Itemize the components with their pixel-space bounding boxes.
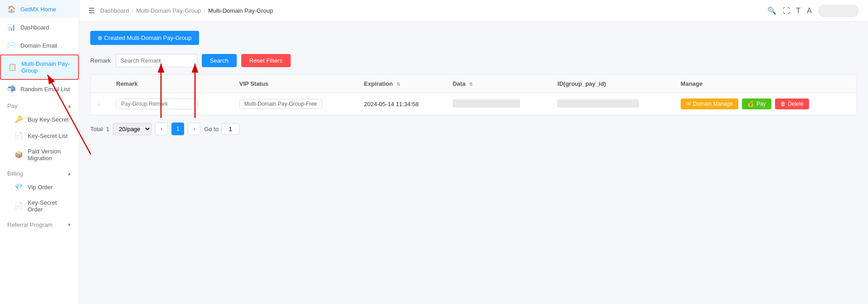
row-id-cell: █████████████████████: [550, 93, 673, 115]
row-expand-cell: ›: [91, 93, 109, 115]
row-remark-cell: [109, 93, 232, 115]
page-content: ⊕ Created Multi-Domain Pay-Group Remark …: [79, 22, 868, 304]
expand-row-button[interactable]: ›: [98, 101, 100, 108]
header-left: ☰ Dashboard / Multi-Domain Pay-Group / M…: [88, 6, 273, 15]
font-size-icon[interactable]: T: [796, 7, 801, 15]
total-label: Total 1: [90, 126, 109, 132]
remark-search-input[interactable]: [116, 54, 197, 67]
domain-manage-button[interactable]: ✉ Domain Manage: [681, 98, 738, 109]
breadcrumb-current: Multi-Domain Pay-Group: [208, 7, 273, 14]
col-expand: [91, 75, 109, 93]
col-id: ID(group_pay_id): [550, 75, 673, 93]
col-vip-status: VIP Status: [232, 75, 357, 93]
table-body: › Multi-Domain Pay-Group-Free 2024-05-14…: [91, 93, 857, 115]
pay-icon: 💰: [747, 101, 754, 107]
col-remark: Remark: [109, 75, 232, 93]
pay-section[interactable]: Pay ▲: [0, 98, 79, 111]
header-right: 🔍 ⛶ T A: [767, 5, 859, 17]
col-manage: Manage: [673, 75, 857, 93]
data-value: ████████████ ▐: [453, 99, 520, 108]
group-pay-id-value: █████████████████████: [557, 99, 639, 108]
key-icon: 🔑: [15, 115, 23, 123]
table-row: › Multi-Domain Pay-Group-Free 2024-05-14…: [91, 93, 857, 115]
sidebar-item-multi-domain-pay-group[interactable]: 📋 Multi-Domain Pay-Group: [0, 54, 79, 80]
user-avatar[interactable]: [818, 5, 859, 17]
data-sort-icon[interactable]: ⇅: [469, 82, 473, 87]
goto-page: Go to: [204, 123, 239, 135]
breadcrumb-multi-domain[interactable]: Multi-Domain Pay-Group: [136, 7, 201, 14]
dashboard-icon: 📊: [7, 23, 16, 31]
manage-buttons: ✉ Domain Manage 💰 Pay 🗑 Delete: [681, 98, 849, 109]
sidebar-item-getmx-home[interactable]: 🏠 GetMX Home: [0, 0, 79, 18]
sidebar-item-vip-order[interactable]: 💎 Vip Order: [0, 179, 79, 195]
main-content: ☰ Dashboard / Multi-Domain Pay-Group / M…: [79, 0, 868, 304]
sidebar-item-paid-version-migration[interactable]: 📦 Paid Version Migration: [0, 144, 79, 166]
order-icon: 📄: [15, 202, 23, 210]
search-button[interactable]: Search: [202, 54, 237, 67]
random-email-icon: 📬: [7, 85, 16, 93]
header: ☰ Dashboard / Multi-Domain Pay-Group / M…: [79, 0, 868, 22]
sidebar-item-key-secret-list[interactable]: 📄 Key-Secret List: [0, 127, 79, 144]
pay-chevron-icon: ▲: [67, 103, 72, 108]
billing-chevron-icon: ▲: [67, 171, 72, 176]
create-multi-domain-button[interactable]: ⊕ Created Multi-Domain Pay-Group: [90, 31, 199, 45]
sidebar-item-random-email-list[interactable]: 📬 Random Email List: [0, 80, 79, 98]
filter-row: Remark Search Reset Filters: [90, 54, 857, 67]
vip-status-badge: Multi-Domain Pay-Group-Free: [239, 99, 322, 109]
breadcrumb-sep-1: /: [132, 7, 134, 14]
row-data-cell: ████████████ ▐: [445, 93, 550, 115]
multi-domain-icon: 📋: [8, 63, 17, 71]
delete-icon: 🗑: [780, 101, 786, 107]
table-header: Remark VIP Status Expiration ⇅ Data ⇅: [91, 75, 857, 93]
pagination: Total 1 20/page ‹ 1 › Go to: [90, 123, 857, 135]
translate-icon[interactable]: A: [807, 7, 812, 15]
referral-section[interactable]: Referral Program ▼: [0, 217, 79, 230]
data-table: Remark VIP Status Expiration ⇅ Data ⇅: [90, 74, 857, 115]
table: Remark VIP Status Expiration ⇅ Data ⇅: [91, 75, 857, 115]
sidebar-item-dashboard[interactable]: 📊 Dashboard: [0, 18, 79, 36]
breadcrumb: Dashboard / Multi-Domain Pay-Group / Mul…: [100, 7, 273, 14]
email-icon: ✉️: [7, 41, 16, 49]
reset-filters-button[interactable]: Reset Filters: [241, 54, 291, 67]
col-data: Data ⇅: [445, 75, 550, 93]
migration-icon: 📦: [15, 151, 23, 159]
fullscreen-icon[interactable]: ⛶: [783, 7, 790, 15]
row-expiration-cell: 2024-05-14 11:34:58: [357, 93, 446, 115]
vip-icon: 💎: [15, 183, 23, 191]
search-header-icon[interactable]: 🔍: [767, 6, 776, 15]
breadcrumb-dashboard[interactable]: Dashboard: [100, 7, 129, 14]
row-manage-cell: ✉ Domain Manage 💰 Pay 🗑 Delete: [673, 93, 857, 115]
page-1-button[interactable]: 1: [171, 123, 184, 135]
goto-page-input[interactable]: [221, 123, 239, 135]
breadcrumb-sep-2: /: [204, 7, 205, 14]
row-vip-status-cell: Multi-Domain Pay-Group-Free: [232, 93, 357, 115]
expiration-sort-icon[interactable]: ⇅: [396, 82, 400, 87]
billing-section[interactable]: Billing ▲: [0, 166, 79, 179]
sidebar-item-key-secret-order[interactable]: 📄 Key-Secret Order: [0, 195, 79, 217]
sidebar-item-domain-email[interactable]: ✉️ Domain Email: [0, 36, 79, 54]
list-icon: 📄: [15, 132, 23, 140]
col-expiration: Expiration ⇅: [357, 75, 446, 93]
home-icon: 🏠: [7, 5, 16, 13]
hamburger-icon[interactable]: ☰: [88, 6, 95, 15]
referral-chevron-icon: ▼: [67, 222, 72, 227]
page-size-select[interactable]: 20/page: [113, 123, 151, 135]
pay-button[interactable]: 💰 Pay: [742, 98, 771, 109]
delete-button[interactable]: 🗑 Delete: [775, 98, 809, 109]
filter-remark-label: Remark: [90, 57, 111, 64]
domain-manage-icon: ✉: [686, 101, 691, 107]
expiration-value: 2024-05-14 11:34:58: [364, 101, 419, 108]
next-page-button[interactable]: ›: [188, 123, 200, 135]
prev-page-button[interactable]: ‹: [155, 123, 168, 135]
sidebar: 🏠 GetMX Home 📊 Dashboard ✉️ Domain Email…: [0, 0, 79, 304]
row-remark-input[interactable]: [116, 98, 198, 109]
sidebar-item-buy-key-secret[interactable]: 🔑 Buy Key-Secret: [0, 111, 79, 127]
